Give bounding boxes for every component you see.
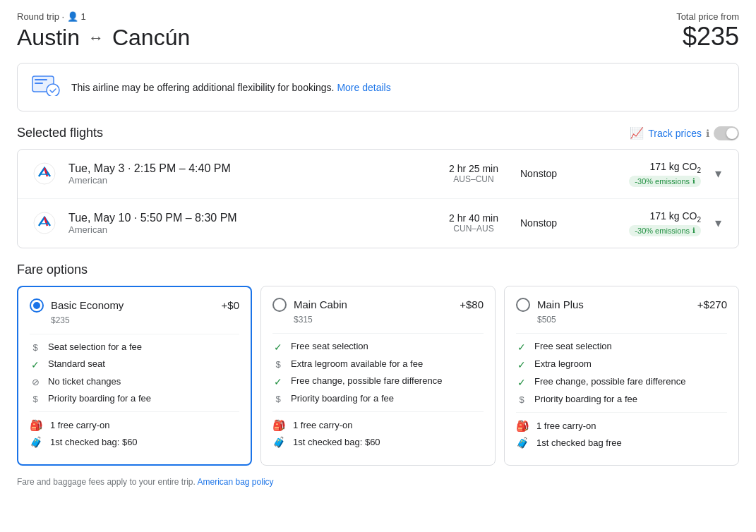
svg-point-3 — [47, 84, 59, 96]
flight2-day: Tue, May 10 — [68, 212, 131, 224]
trip-type: Round trip — [17, 11, 59, 22]
flight-times: Tue, May 3 · 2:15 PM – 4:40 PM — [68, 162, 427, 175]
info-icon[interactable]: ℹ — [706, 128, 709, 139]
fare-name-row: Main Plus — [516, 298, 584, 312]
fare-feature: $ Priority boarding for a fee — [30, 393, 239, 404]
fare-name: Main Cabin — [294, 298, 347, 310]
fare-price-diff: +$0 — [222, 299, 239, 311]
fare-feature: $ Priority boarding for a fee — [272, 393, 484, 404]
fare-card-main-plus[interactable]: Main Plus +$270 $505 ✓ Free seat selecti… — [504, 286, 739, 466]
flight-row: Tue, May 3 · 2:15 PM – 4:40 PM American … — [18, 150, 738, 199]
baggage-item: 🎒 1 free carry-on — [272, 419, 484, 432]
fare-feature: $ Priority boarding for a fee — [516, 394, 727, 405]
info-icon-small[interactable]: ℹ — [692, 226, 695, 234]
fare-feature: ✓ Extra legroom — [516, 358, 727, 370]
check-icon: ✓ — [516, 341, 527, 353]
fare-feature: ✓ Standard seat — [30, 358, 239, 370]
svg-point-4 — [34, 163, 55, 184]
svg-rect-2 — [35, 83, 43, 84]
flight-info: Tue, May 3 · 2:15 PM – 4:40 PM American — [68, 162, 427, 186]
fare-header: Main Plus +$270 — [516, 298, 727, 312]
feature-text: Extra legroom — [534, 358, 592, 369]
feature-text: Standard seat — [48, 358, 105, 369]
flight-row: Tue, May 10 · 5:50 PM – 8:30 PM American… — [18, 199, 738, 248]
feature-text: No ticket changes — [48, 376, 121, 387]
flight1-duration-block: 2 hr 25 min AUS–CUN — [438, 163, 509, 184]
fare-card-basic-economy[interactable]: Basic Economy +$0 $235 $ Seat selection … — [17, 286, 252, 466]
track-prices-area: 📈 Track prices ℹ — [630, 126, 739, 140]
feature-text: Free change, possible fare difference — [534, 376, 685, 387]
fare-feature: $ Seat selection for a fee — [30, 341, 239, 353]
price-label: Total price from — [676, 11, 739, 22]
route-arrow: ↔ — [88, 29, 104, 47]
destination-city: Cancún — [112, 25, 190, 51]
feature-text: Extra legroom available for a fee — [291, 358, 423, 369]
dollar-icon: $ — [272, 394, 284, 404]
fare-total: $235 — [51, 315, 239, 325]
fare-radio-main-plus[interactable] — [516, 298, 530, 312]
check-icon: ✓ — [516, 359, 527, 370]
fare-radio-basic-economy[interactable] — [30, 298, 44, 313]
flight1-times: 2:15 PM – 4:40 PM — [134, 162, 231, 174]
baggage-text: 1st checked bag: $60 — [50, 437, 138, 447]
more-details-link[interactable]: More details — [337, 82, 390, 93]
track-prices-toggle[interactable] — [714, 126, 739, 140]
airline-logo — [32, 161, 57, 186]
airline-logo — [32, 210, 57, 236]
fare-name: Main Plus — [537, 298, 584, 310]
passenger-count: 1 — [80, 11, 85, 22]
fare-options-title: Fare options — [17, 262, 739, 277]
bag-policy-link[interactable]: American bag policy — [198, 477, 274, 487]
flight1-emissions-block: 171 kg CO2 -30% emissions ℹ — [588, 161, 701, 187]
baggage-item: 🧳 1st checked bag: $60 — [30, 436, 239, 449]
total-price: $235 — [676, 22, 739, 52]
check-icon: ✓ — [272, 341, 284, 353]
baggage-text: 1 free carry-on — [536, 421, 596, 431]
baggage-item: 🧳 1st checked bag free — [516, 437, 727, 449]
trip-info: Round trip · 👤 1 — [17, 11, 190, 22]
fare-radio-main-cabin[interactable] — [272, 298, 287, 312]
baggage-text: 1st checked bag: $60 — [293, 437, 380, 447]
info-icon-small[interactable]: ℹ — [692, 177, 695, 185]
fare-feature: ✓ Free change, possible fare difference — [516, 376, 727, 388]
flight2-route: CUN–AUS — [438, 224, 509, 234]
flight2-duration-block: 2 hr 40 min CUN–AUS — [438, 212, 509, 234]
baggage-item: 🎒 1 free carry-on — [516, 420, 727, 433]
track-prices-label[interactable]: Track prices — [648, 128, 702, 139]
baggage-text: 1 free carry-on — [293, 420, 353, 430]
no-icon: ⊘ — [30, 377, 41, 387]
feature-text: Priority boarding for a fee — [48, 393, 151, 404]
flight1-expand-button[interactable]: ▾ — [712, 163, 724, 184]
svg-point-5 — [34, 212, 55, 234]
flight1-emissions: 171 kg CO2 — [588, 161, 701, 174]
feature-text: Free seat selection — [291, 341, 368, 351]
flight1-emissions-badge: -30% emissions ℹ — [629, 176, 701, 187]
svg-rect-1 — [35, 79, 47, 80]
fare-total: $505 — [537, 315, 727, 325]
fare-feature: ✓ Free change, possible fare difference — [272, 375, 484, 387]
dollar-icon: $ — [272, 359, 284, 370]
dollar-icon: $ — [30, 342, 41, 353]
passenger-icon: 👤 — [67, 11, 78, 22]
fare-name-row: Main Cabin — [272, 298, 347, 312]
flight1-stops: Nonstop — [520, 168, 577, 179]
carryon-icon: 🎒 — [30, 419, 43, 432]
flights-container: Tue, May 3 · 2:15 PM – 4:40 PM American … — [17, 149, 739, 248]
fare-feature: ✓ Free seat selection — [272, 341, 484, 353]
flight2-airline: American — [68, 224, 427, 235]
carryon-icon: 🎒 — [272, 419, 286, 432]
fare-header: Basic Economy +$0 — [30, 298, 239, 313]
baggage-section: 🎒 1 free carry-on 🧳 1st checked bag free — [516, 412, 727, 449]
flight2-expand-button[interactable]: ▾ — [712, 212, 724, 234]
fare-feature: $ Extra legroom available for a fee — [272, 358, 484, 370]
fare-card-main-cabin[interactable]: Main Cabin +$80 $315 ✓ Free seat selecti… — [260, 286, 496, 466]
banner-text: This airline may be offering additional … — [71, 82, 335, 93]
check-icon: ✓ — [30, 359, 41, 370]
flight-info: Tue, May 10 · 5:50 PM – 8:30 PM American — [68, 212, 427, 235]
flexibility-banner: This airline may be offering additional … — [17, 63, 739, 111]
flight2-emissions-badge: -30% emissions ℹ — [629, 225, 701, 236]
footer-label: Fare and baggage fees apply to your enti… — [17, 477, 196, 487]
footer-text: Fare and baggage fees apply to your enti… — [17, 477, 739, 487]
fare-header: Main Cabin +$80 — [272, 298, 484, 312]
fare-price-diff: +$270 — [697, 298, 727, 310]
